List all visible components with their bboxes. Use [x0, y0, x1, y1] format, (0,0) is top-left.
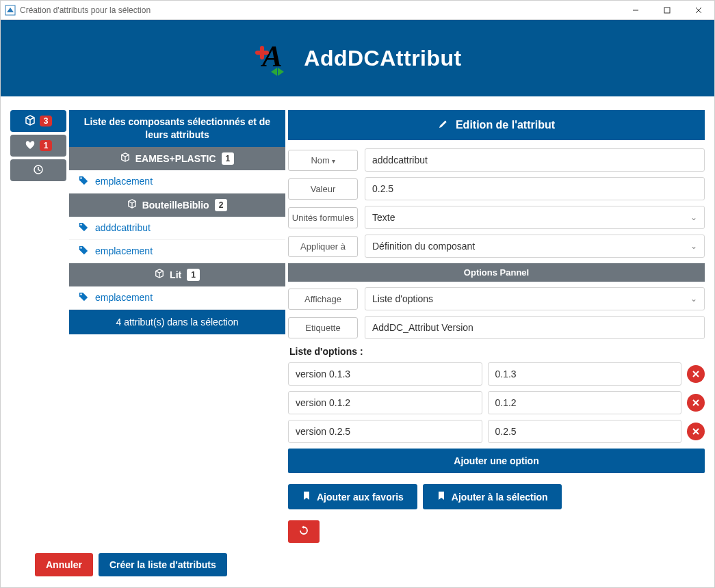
pencil-icon: [438, 118, 449, 132]
option-value-input[interactable]: 0.1.3: [488, 362, 682, 386]
heart-icon: [25, 139, 36, 152]
svg-point-7: [80, 177, 81, 178]
tag-icon: [79, 222, 88, 234]
delete-option-button[interactable]: [687, 365, 705, 383]
bookmark-icon: [437, 491, 446, 503]
label-etiquette: Etiquette: [288, 317, 358, 338]
label-nom[interactable]: Nom: [288, 150, 358, 171]
tag-icon: [79, 245, 88, 257]
footer: Annuler Créer la liste d'attributs: [1, 544, 714, 587]
component-count: 1: [187, 269, 200, 281]
attribute-name: emplacement: [95, 245, 153, 256]
input-valeur[interactable]: 0.2.5: [365, 177, 705, 200]
component-name: EAMES+PLASTIC: [135, 153, 216, 164]
component-name: Lit: [170, 269, 181, 280]
minimize-button[interactable]: [620, 1, 651, 20]
label-affichage: Affichage: [288, 289, 358, 310]
editor-header: Edition de l'attribut: [288, 110, 705, 140]
titlebar: Création d'attributs pour la sélection: [1, 1, 714, 20]
vertical-tabs: 3 1: [10, 110, 66, 544]
app-icon: [5, 5, 16, 16]
window-controls: [620, 1, 714, 20]
cube-icon: [25, 115, 36, 128]
select-appliquer[interactable]: Définition du composant: [365, 235, 705, 258]
options-list-heading: Liste d'options :: [289, 346, 705, 357]
main-content: 3 1 Liste des composants sélectionnés et…: [1, 96, 714, 544]
option-row: version 0.1.2 0.1.2: [288, 391, 705, 414]
attribute-name: emplacement: [95, 176, 153, 187]
option-row: version 0.2.5 0.2.5: [288, 420, 705, 443]
editor-header-title: Edition de l'attribut: [456, 119, 555, 131]
close-button[interactable]: [683, 1, 714, 20]
reset-button[interactable]: [288, 520, 320, 543]
option-label-input[interactable]: version 0.1.3: [288, 362, 482, 386]
svg-point-8: [80, 224, 81, 225]
attribute-item[interactable]: emplacement: [69, 240, 285, 263]
option-row: version 0.1.3 0.1.3: [288, 362, 705, 386]
options-panel-header: Options Pannel: [288, 263, 705, 282]
component-group-header[interactable]: BouteilleBiblio 2: [69, 193, 285, 217]
attribute-name: adddcattribut: [95, 222, 151, 233]
component-count: 2: [215, 199, 228, 211]
tab-history[interactable]: [10, 159, 66, 181]
select-unites[interactable]: Texte: [365, 206, 705, 229]
clock-icon: [33, 164, 44, 177]
svg-point-10: [80, 293, 81, 295]
svg-point-9: [80, 247, 81, 248]
bookmark-icon: [302, 491, 311, 503]
label-appliquer: Appliquer à: [288, 236, 358, 257]
tag-icon: [79, 292, 88, 304]
input-etiquette[interactable]: AddDC_Attribut Version: [365, 316, 705, 339]
attribute-name: emplacement: [95, 292, 153, 303]
option-label-input[interactable]: version 0.2.5: [288, 420, 482, 443]
hero-title: AddDCAttribut: [304, 46, 461, 71]
input-nom[interactable]: adddcattribut: [365, 148, 705, 172]
editor-form: Nom adddcattribut Valeur 0.2.5 Unités fo…: [288, 140, 705, 543]
component-group-header[interactable]: EAMES+PLASTIC 1: [69, 147, 285, 170]
delete-option-button[interactable]: [687, 423, 705, 440]
option-label-input[interactable]: version 0.1.2: [288, 391, 482, 414]
favorites-count-badge: 1: [40, 140, 53, 151]
cancel-button[interactable]: Annuler: [35, 553, 93, 576]
create-list-button[interactable]: Créer la liste d'attributs: [99, 553, 227, 576]
attribute-item[interactable]: adddcattribut: [69, 217, 285, 240]
delete-option-button[interactable]: [687, 394, 705, 412]
app-window: Création d'attributs pour la sélection A…: [0, 0, 715, 588]
cube-icon: [155, 269, 164, 280]
select-affichage[interactable]: Liste d'options: [365, 287, 705, 310]
label-unites: Unités formules: [288, 207, 358, 228]
tab-components[interactable]: 3: [10, 110, 66, 132]
maximize-button[interactable]: [651, 1, 683, 20]
window-title: Création d'attributs pour la sélection: [20, 5, 620, 15]
label-valeur: Valeur: [288, 178, 358, 200]
attribute-item[interactable]: emplacement: [69, 286, 285, 310]
component-name: BouteilleBiblio: [142, 200, 209, 211]
svg-rect-2: [664, 8, 670, 13]
add-option-button[interactable]: Ajouter une option: [288, 449, 705, 473]
tab-favorites[interactable]: 1: [10, 135, 66, 157]
option-value-input[interactable]: 0.1.2: [488, 391, 682, 414]
attribute-item[interactable]: emplacement: [69, 170, 285, 193]
cube-icon: [120, 152, 130, 164]
hero-banner: A AddDCAttribut: [1, 20, 714, 96]
editor-panel: Edition de l'attribut Nom adddcattribut …: [288, 110, 705, 544]
tag-icon: [79, 176, 88, 187]
cube-icon: [127, 199, 137, 211]
add-favorites-button[interactable]: Ajouter aux favoris: [288, 484, 417, 509]
summary-bar: 4 attribut(s) dans la sélection: [69, 310, 285, 334]
refresh-icon: [299, 526, 309, 537]
component-group-header[interactable]: Lit 1: [69, 263, 285, 286]
option-value-input[interactable]: 0.2.5: [488, 420, 682, 443]
components-panel: Liste des composants sélectionnés et de …: [69, 110, 285, 544]
components-count-badge: 3: [40, 116, 53, 126]
logo-icon: A: [253, 38, 294, 79]
add-selection-button[interactable]: Ajouter à la sélection: [423, 484, 562, 509]
component-count: 1: [222, 152, 235, 165]
components-panel-header: Liste des composants sélectionnés et de …: [69, 110, 285, 147]
